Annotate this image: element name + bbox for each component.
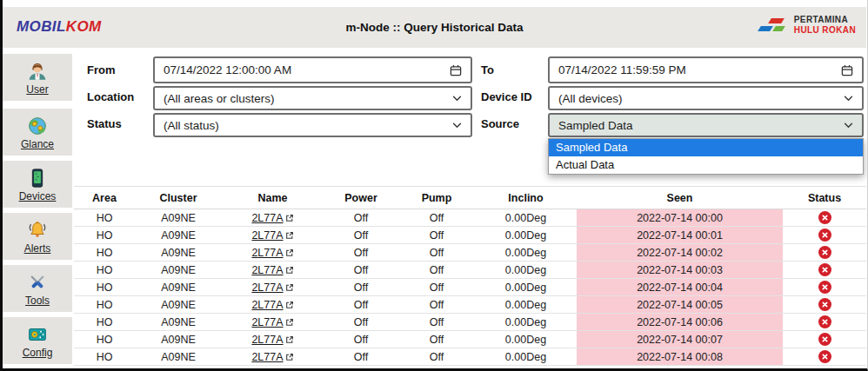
source-label: Source	[481, 117, 519, 130]
calendar-icon[interactable]	[450, 64, 462, 76]
col-area: Area	[74, 187, 135, 209]
cell-inclino: 0.00Deg	[475, 227, 577, 244]
cell-power: Off	[324, 209, 398, 227]
user-icon	[26, 60, 49, 83]
from-label: From	[87, 63, 116, 76]
cell-inclino: 0.00Deg	[475, 314, 577, 331]
sidebar-label-devices: Devices	[19, 190, 57, 202]
location-select[interactable]: (All areas or clusters)	[153, 86, 472, 110]
chevron-down-icon	[844, 123, 853, 129]
table-row: HO A09NE 2L77A Off Off 0.00Deg 2022-07-1…	[74, 279, 866, 296]
to-datetime-field[interactable]	[548, 56, 864, 83]
cell-power: Off	[324, 227, 398, 244]
logo-line2: HULU ROKAN	[794, 25, 856, 36]
external-link-icon	[285, 214, 294, 222]
cell-area: HO	[74, 296, 135, 314]
status-error-icon	[818, 246, 831, 259]
external-link-icon	[285, 266, 294, 275]
source-option-actual-data[interactable]: Actual Data	[549, 156, 863, 174]
cell-name: 2L77A	[222, 262, 324, 279]
brand-kom: KOM	[66, 18, 102, 35]
status-error-icon	[818, 315, 831, 328]
cell-pump: Off	[398, 314, 475, 331]
header-bar: MOBILKOM m-Node :: Query Historical Data…	[3, 7, 866, 48]
chevron-down-icon	[844, 96, 853, 102]
device-name-link[interactable]: 2L77A	[251, 229, 293, 242]
chevron-down-icon	[452, 96, 462, 102]
cell-power: Off	[324, 296, 398, 314]
device-name-link[interactable]: 2L77A	[251, 351, 293, 363]
cell-cluster: A09NE	[135, 279, 222, 296]
device-select[interactable]: (All devices)	[548, 86, 864, 110]
sidebar-item-alerts[interactable]: Alerts	[3, 213, 72, 260]
cell-status	[783, 244, 866, 262]
status-error-icon	[818, 263, 831, 276]
cell-name: 2L77A	[222, 227, 324, 244]
table-row: HO A09NE 2L77A Off Off 0.00Deg 2022-07-1…	[74, 314, 866, 331]
cell-name: 2L77A	[222, 348, 324, 366]
calendar-icon[interactable]	[841, 64, 853, 76]
cell-seen: 2022-07-14 00:04	[577, 279, 783, 296]
chevron-down-icon	[452, 123, 462, 129]
device-name-link[interactable]: 2L77A	[251, 316, 293, 328]
col-pump: Pump	[398, 187, 475, 209]
sidebar-label-tools: Tools	[25, 295, 50, 307]
source-option-sampled-data[interactable]: Sampled Data	[549, 139, 863, 156]
cell-name: 2L77A	[222, 331, 324, 348]
from-datetime-input[interactable]	[164, 63, 450, 76]
cell-area: HO	[74, 209, 135, 227]
table-row: HO A09NE 2L77A Off Off 0.00Deg 2022-07-1…	[74, 296, 866, 314]
col-name: Name	[222, 187, 324, 209]
external-link-icon	[285, 353, 294, 361]
cell-cluster: A09NE	[135, 348, 222, 366]
cell-inclino: 0.00Deg	[475, 209, 577, 227]
pertamina-logo: PERTAMINA HULU ROKAN	[758, 15, 856, 35]
device-name-link[interactable]: 2L77A	[251, 212, 293, 224]
device-name-link[interactable]: 2L77A	[251, 334, 293, 346]
table-body: HO A09NE 2L77A Off Off 0.00Deg 2022-07-1…	[74, 209, 866, 366]
bell-icon	[26, 219, 49, 242]
cell-seen: 2022-07-14 00:08	[577, 348, 783, 366]
sidebar-item-glance[interactable]: Glance	[3, 109, 72, 156]
cell-name: 2L77A	[222, 296, 324, 314]
cell-inclino: 0.00Deg	[475, 262, 577, 279]
cell-cluster: A09NE	[135, 227, 222, 244]
status-select[interactable]: (All status)	[153, 113, 472, 137]
mobilkom-logo: MOBILKOM	[17, 18, 102, 36]
cell-cluster: A09NE	[135, 262, 222, 279]
status-error-icon	[818, 298, 831, 311]
device-name-link[interactable]: 2L77A	[251, 247, 293, 259]
external-link-icon	[285, 301, 294, 309]
status-error-icon	[818, 281, 831, 294]
sidebar-label-glance: Glance	[21, 138, 54, 150]
device-name-link[interactable]: 2L77A	[251, 264, 293, 276]
device-label: Device ID	[481, 90, 532, 103]
cell-inclino: 0.00Deg	[475, 296, 577, 314]
device-name-link[interactable]: 2L77A	[251, 282, 293, 294]
cell-name: 2L77A	[222, 244, 324, 262]
status-error-icon	[818, 211, 831, 224]
to-datetime-input[interactable]	[558, 63, 841, 76]
from-datetime-field[interactable]	[153, 56, 472, 83]
cell-area: HO	[74, 331, 135, 348]
sidebar-label-config: Config	[23, 347, 53, 359]
cell-area: HO	[74, 348, 135, 366]
source-select[interactable]: Sampled Data	[548, 113, 864, 137]
external-link-icon	[285, 283, 294, 292]
cell-power: Off	[324, 314, 398, 331]
cell-pump: Off	[398, 348, 475, 366]
cell-cluster: A09NE	[135, 209, 222, 227]
sidebar-item-config[interactable]: Config	[3, 317, 72, 364]
cell-pump: Off	[398, 244, 475, 262]
status-error-icon	[818, 229, 831, 242]
cell-pump: Off	[398, 227, 475, 244]
col-power: Power	[324, 187, 398, 209]
sidebar-item-devices[interactable]: Devices	[3, 161, 72, 208]
external-link-icon	[285, 248, 294, 257]
table-row: HO A09NE 2L77A Off Off 0.00Deg 2022-07-1…	[74, 331, 866, 348]
sidebar-item-user[interactable]: User	[3, 54, 72, 101]
sidebar-item-tools[interactable]: Tools	[3, 265, 72, 312]
logo-line1: PERTAMINA	[794, 15, 856, 25]
cell-seen: 2022-07-14 00:02	[577, 244, 783, 262]
device-name-link[interactable]: 2L77A	[251, 299, 293, 311]
